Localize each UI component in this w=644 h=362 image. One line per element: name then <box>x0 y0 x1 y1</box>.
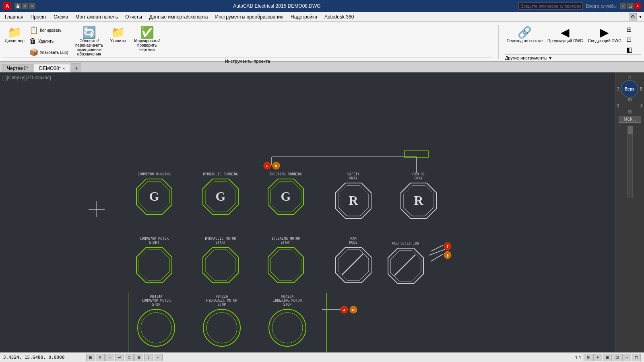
maximize-btn[interactable]: □ <box>627 3 634 9</box>
drawing-canvas[interactable]: [-][Сверху][2D-каркас] 5 <box>0 72 615 352</box>
oct-conveyor-running-svg: G <box>135 177 173 216</box>
status-square-icon[interactable]: ⊡ <box>613 354 621 361</box>
svg-rect-5 <box>405 151 429 157</box>
label-pb422a: PB422AHYDRAULIC MOTORSTOP <box>206 294 237 306</box>
status-circle-icon[interactable]: ○ <box>105 354 114 361</box>
ribbon-btn-prev-dwg[interactable]: ◀ Предыдущий DWG <box>546 25 585 44</box>
status-ratio: 1:1 <box>575 355 581 360</box>
menu-data[interactable]: Данные импорта/экспорта <box>146 13 211 21</box>
status-snap-icon[interactable]: ≡ <box>96 354 105 361</box>
svg-marker-37 <box>136 247 172 283</box>
menu-nadstroyki[interactable]: Надстройки <box>287 13 320 21</box>
label-pb414a: PB414ACONVEYOR MOTORSTOP <box>142 294 171 306</box>
statusbar: 3.4324, 15.6480, 0.0000 ⊞ ≡ ○ ↩ □ ⊕ ↕ ↔ … <box>0 352 644 362</box>
ribbon-btn-update[interactable]: 🔄 Обновить/переназначить позиционные обо… <box>72 25 107 57</box>
mck-button[interactable]: МСК... <box>619 116 641 123</box>
status-grid-icon[interactable]: ⊞ <box>86 354 95 361</box>
compass-center-btn[interactable]: Верх <box>621 80 638 98</box>
ribbon-btn-delete[interactable]: 🗑 Удалить <box>28 36 70 46</box>
svg-text:7: 7 <box>446 245 448 249</box>
quick-access-btn3[interactable]: ↪ <box>29 3 35 9</box>
quick-access-btn1[interactable]: 💾 <box>14 3 21 9</box>
menu-montazh[interactable]: Монтажная панель <box>72 13 121 21</box>
nav-yu-label: Ю <box>627 110 632 114</box>
ribbon-btn-extra1[interactable]: ⊞ <box>625 25 641 34</box>
extra2-icon: ⊡ <box>626 36 632 43</box>
status-expand-icon[interactable]: ↔ <box>622 354 631 361</box>
titlebar: A 💾 ↩ ↪ AutoCAD Electrical 2015 DEMO08.D… <box>0 0 644 12</box>
section2-label: Другие инструменты ▼ <box>505 54 641 61</box>
ribbon-btn-copy[interactable]: 📋 Копировать <box>28 25 70 35</box>
menubar: Главная Проект Схема Монтажная панель От… <box>0 12 644 22</box>
oct-web-detection-svg <box>386 247 425 285</box>
oct-indexing-running-svg: G <box>266 177 305 216</box>
symbol-pb425a: PB425AINDEXING MOTORSTOP <box>267 294 308 348</box>
minimize-btn[interactable]: − <box>620 3 626 9</box>
app-logo: A <box>3 2 11 10</box>
status-leftright-icon[interactable]: ↔ <box>154 354 163 361</box>
ribbon-btn-utils[interactable]: 📁 Утилиты <box>109 25 128 44</box>
delete-label: Удалить <box>38 39 54 43</box>
login-btn[interactable]: Вход в службы <box>586 4 617 8</box>
status-undo-icon[interactable]: ↩ <box>115 354 124 361</box>
mark-label: Маркировать/проверить чертежи <box>131 39 163 52</box>
svg-text:10: 10 <box>351 308 355 312</box>
expand-ribbon-btn[interactable]: ▼ <box>638 14 642 19</box>
right-scrollbar[interactable] <box>627 126 633 198</box>
svg-point-16 <box>341 306 348 313</box>
status-fullscreen-icon[interactable]: ◻ <box>632 354 641 361</box>
menu-glavnaya[interactable]: Главная <box>2 13 27 21</box>
svg-text:G: G <box>149 189 159 204</box>
svg-text:G: G <box>216 189 226 204</box>
status-plus-icon[interactable]: ⊕ <box>134 354 143 361</box>
menu-autodesk360[interactable]: Autodesk 360 <box>321 13 357 21</box>
prev-dwg-icon: ◀ <box>559 26 572 39</box>
dispatcher-label: Диспетчер <box>5 39 25 43</box>
menu-instruments[interactable]: Инструменты преобразования <box>212 13 287 21</box>
window-title: AutoCAD Electrical 2015 DEMO08.DWG <box>35 3 518 9</box>
ribbon-btn-mark[interactable]: ✅ Маркировать/проверить чертежи <box>129 25 165 53</box>
doc-tab-1[interactable]: Чертеж1* <box>2 64 33 72</box>
nav-middle-row: З Верх В <box>617 80 643 98</box>
svg-marker-46 <box>388 248 423 284</box>
svg-point-12 <box>444 243 451 250</box>
ribbon-btn-extra3[interactable]: ◧ <box>625 45 641 54</box>
close-btn[interactable]: × <box>634 3 641 9</box>
ribbon-section-1: 📁 Диспетчер 📋 Копировать 🗑 Удалить 📦 Упа… <box>0 23 495 61</box>
menu-proekt[interactable]: Проект <box>27 13 50 21</box>
ribbon-btn-next-dwg[interactable]: ▶ Следующий DWG <box>586 25 623 44</box>
compass-label: Верх <box>625 87 634 91</box>
menu-otchety[interactable]: Отчеты <box>122 13 145 21</box>
quick-access-btn2[interactable]: ↩ <box>22 3 28 9</box>
ribbon-btn-extra2[interactable]: ⊡ <box>625 35 641 44</box>
doc-tab-2-close[interactable]: × <box>62 66 65 71</box>
view-label: [-][Сверху][2D-каркас] <box>2 75 51 80</box>
doc-tab-1-label: Чертеж1* <box>7 66 28 71</box>
workspace-btn[interactable]: ⚙ <box>629 13 637 21</box>
next-dwg-label: Следующий DWG <box>588 39 621 43</box>
doc-tab-2[interactable]: DEMO08* × <box>34 64 70 72</box>
symbol-safety-okay: SAFETYOKAY R <box>334 172 373 220</box>
extra3-icon: ◧ <box>626 46 632 53</box>
status-zoom-in-icon[interactable]: + <box>593 354 602 361</box>
ribbon-btn-dispatcher[interactable]: 📁 Диспетчер <box>3 25 26 44</box>
oct-ram01-okay-svg: R <box>399 181 438 220</box>
svg-point-18 <box>350 306 357 313</box>
status-box-icon[interactable]: □ <box>125 354 134 361</box>
status-gear-icon[interactable]: ⚙ <box>584 354 592 361</box>
mark-icon: ✅ <box>140 26 153 39</box>
nav-top-label: С <box>617 76 643 80</box>
ribbon-btn-zip[interactable]: 📦 Упаковать (Zip) <box>28 47 70 58</box>
search-input[interactable] <box>518 2 583 10</box>
label-conveyor-motor-start: CONVEYOR MOTORSTART <box>140 237 169 245</box>
ribbon-btn-link[interactable]: 🔗 Переход по ссылке <box>505 25 544 44</box>
status-updown-icon[interactable]: ↕ <box>144 354 153 361</box>
status-grid2-icon[interactable]: ⊞ <box>603 354 612 361</box>
label-web-detection: WEB DETECTION <box>392 241 419 245</box>
svg-point-49 <box>138 309 175 346</box>
symbol-conveyor-running: CONVEYOR RUNNING G <box>135 172 173 216</box>
menu-schema[interactable]: Схема <box>50 13 71 21</box>
label-indexing-motor-start: INDEXING MOTORSTART <box>271 237 300 245</box>
doc-tab-add[interactable]: + <box>71 63 81 72</box>
nav-num-3: 3 <box>617 104 619 108</box>
